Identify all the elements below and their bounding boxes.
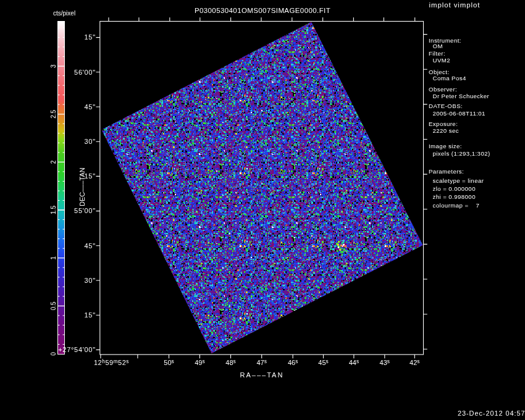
- svg-text:P0300530401OMS007SIMAGE0000.FI: P0300530401OMS007SIMAGE0000.FIT: [195, 7, 330, 14]
- svg-text:2220 sec: 2220 sec: [433, 127, 460, 134]
- svg-text:56'00": 56'00": [74, 69, 96, 76]
- svg-text:23-Dec-2012 04:57: 23-Dec-2012 04:57: [458, 410, 525, 417]
- svg-text:2: 2: [50, 160, 57, 164]
- svg-text:Image size:: Image size:: [429, 143, 462, 149]
- svg-text:Coma Pos4: Coma Pos4: [433, 75, 466, 82]
- svg-text:DATE-OBS:: DATE-OBS:: [429, 103, 463, 109]
- svg-text:2.5: 2.5: [50, 109, 57, 118]
- svg-text:12h59m52s: 12h59m52s: [94, 358, 129, 366]
- svg-text:Parameters:: Parameters:: [429, 168, 464, 175]
- svg-text:OM: OM: [433, 43, 443, 49]
- svg-text:Dr Peter Schuecker: Dr Peter Schuecker: [433, 93, 490, 99]
- svg-text:15": 15": [85, 311, 96, 319]
- svg-text:Object:: Object:: [429, 69, 450, 75]
- svg-text:15": 15": [85, 33, 96, 41]
- svg-text:Observer:: Observer:: [429, 86, 457, 93]
- svg-text:1.5: 1.5: [50, 206, 57, 214]
- svg-text:0.5: 0.5: [50, 301, 57, 310]
- svg-text:DEC–––TAN: DEC–––TAN: [78, 167, 86, 206]
- svg-text:pixels (1:293,1:302): pixels (1:293,1:302): [433, 150, 490, 157]
- svg-text:UVM2: UVM2: [433, 57, 451, 64]
- svg-text:45": 45": [85, 242, 96, 250]
- svg-text:30": 30": [85, 277, 96, 284]
- svg-text:55'00": 55'00": [74, 207, 96, 214]
- svg-text:scaletype = linear: scaletype = linear: [433, 177, 484, 184]
- svg-text:implot vimplot: implot vimplot: [429, 1, 481, 9]
- svg-text:0: 0: [50, 352, 57, 356]
- svg-text:1: 1: [50, 256, 57, 259]
- svg-text:2005-06-08T11:01: 2005-06-08T11:01: [433, 110, 485, 117]
- svg-text:RA–––TAN: RA–––TAN: [240, 371, 284, 379]
- svg-text:45": 45": [85, 103, 96, 111]
- svg-text:zhi = 0.998000: zhi = 0.998000: [433, 193, 476, 200]
- svg-text:+27°54'00": +27°54'00": [58, 346, 96, 353]
- svg-text:zlo = 0.000000: zlo = 0.000000: [433, 185, 476, 192]
- svg-text:colourmap = 7: colourmap = 7: [433, 202, 480, 209]
- svg-text:cts/pixel: cts/pixel: [53, 10, 75, 17]
- svg-text:Filter:: Filter:: [429, 50, 445, 57]
- svg-text:3: 3: [50, 64, 57, 68]
- svg-text:30": 30": [85, 138, 96, 145]
- svg-text:Exposure:: Exposure:: [429, 120, 458, 127]
- svg-text:15": 15": [85, 172, 96, 180]
